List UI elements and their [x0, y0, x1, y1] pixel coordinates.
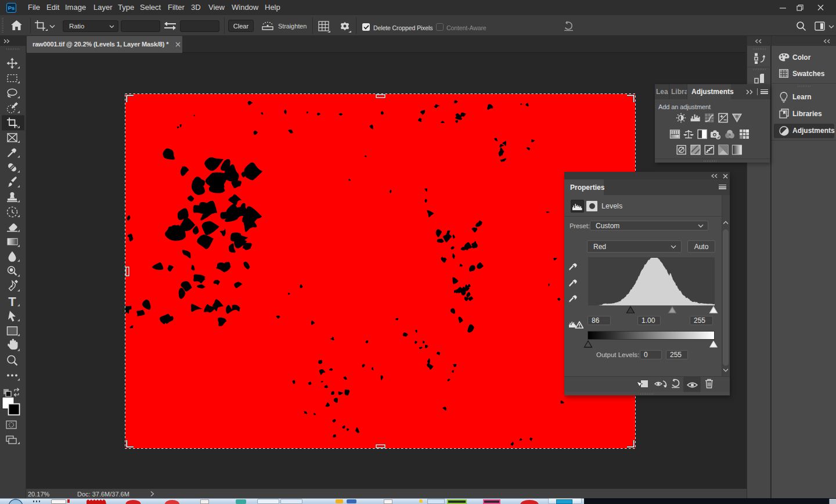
- svg-text:T: T: [8, 294, 16, 309]
